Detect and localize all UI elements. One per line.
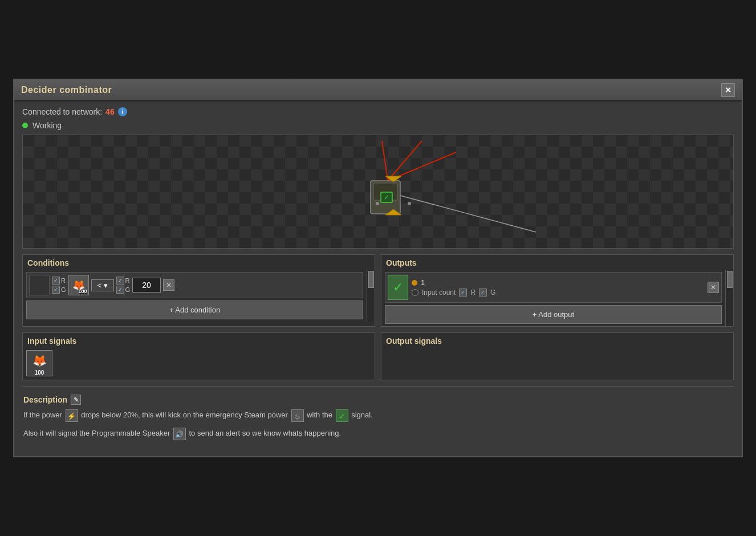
- output-cb-g[interactable]: ✓: [479, 289, 487, 297]
- desc-line2: Also it will signal the Programmable Spe…: [23, 428, 733, 440]
- condition-left-slot[interactable]: [29, 275, 50, 295]
- svg-line-0: [382, 141, 388, 181]
- desc-line2-end: to send an alert so we know whats happen…: [189, 429, 341, 437]
- outputs-inner: ✓ 1 Input count ✓: [381, 270, 733, 326]
- output-g-label: G: [490, 289, 495, 297]
- decider-combinator-window: Decider combinator ✕ Connected to networ…: [13, 79, 743, 457]
- preview-area: ✓: [22, 135, 734, 249]
- cb-r-right[interactable]: ✓: [116, 277, 124, 285]
- info-icon[interactable]: i: [118, 107, 127, 116]
- add-output-button[interactable]: + Add output: [385, 305, 722, 324]
- cb-r2-label: R: [125, 277, 130, 284]
- outputs-scroll-thumb[interactable]: [727, 271, 733, 288]
- svg-line-1: [388, 141, 422, 181]
- condition-row: ✓ R ✓ G 🦊: [26, 272, 363, 298]
- conditions-content: ✓ R ✓ G 🦊: [23, 270, 367, 322]
- desc-mid: drops below 20%, this will kick on the e…: [81, 411, 288, 419]
- conditions-area: ✓ R ✓ G 🦊: [23, 270, 367, 322]
- amber-dot: [412, 280, 417, 286]
- add-condition-button[interactable]: + Add condition: [26, 301, 363, 319]
- window-content: Connected to network: 46 i Working: [14, 101, 742, 456]
- condition-value[interactable]: 20: [132, 278, 161, 293]
- svg-text:✓: ✓: [384, 193, 389, 201]
- speaker-icon: 🔊: [173, 428, 186, 440]
- chip-value: 100: [35, 369, 44, 376]
- status-label: Working: [32, 121, 62, 130]
- chip-icon: 🦊: [27, 351, 52, 369]
- output-checkmark[interactable]: ✓: [388, 275, 408, 300]
- output-main-label: 1: [421, 278, 425, 287]
- output-main: 1: [412, 278, 704, 287]
- desc-line2-text: Also it will signal the Programmable Spe…: [23, 429, 170, 437]
- outputs-scrollbar[interactable]: [725, 270, 733, 326]
- radio-off[interactable]: [412, 289, 418, 296]
- signal-count: 100: [79, 289, 87, 294]
- cb-r-label: R: [61, 277, 66, 284]
- output-row: ✓ 1 Input count ✓: [385, 272, 722, 303]
- output-sub-label: Input count: [422, 289, 456, 297]
- close-button[interactable]: ✕: [721, 83, 735, 97]
- cb-g-label: G: [61, 286, 66, 293]
- outputs-content: ✓ 1 Input count ✓: [381, 270, 725, 326]
- conditions-scroll-thumb[interactable]: [368, 271, 374, 288]
- input-signals-header: Input signals: [23, 333, 375, 348]
- cb-row-g2: ✓ G: [116, 286, 131, 294]
- desc-with: with the: [307, 411, 332, 419]
- conditions-header: Conditions: [23, 255, 375, 270]
- condition-signal-icon[interactable]: 🦊 100: [68, 275, 89, 295]
- output-r-label: R: [470, 289, 475, 297]
- edit-description-button[interactable]: ✎: [71, 395, 81, 405]
- outputs-area: ✓ 1 Input count ✓: [381, 270, 725, 326]
- conditions-panel: Conditions ✓ R: [22, 254, 375, 327]
- remove-output-button[interactable]: ✕: [708, 282, 719, 293]
- operator-dropdown[interactable]: < ▾: [91, 279, 114, 291]
- status-dot: [22, 123, 28, 128]
- description-header: Description ✎: [23, 395, 733, 405]
- cb-g-left[interactable]: ✓: [52, 286, 60, 294]
- cb-r-left[interactable]: ✓: [52, 277, 60, 285]
- output-sub: Input count ✓ R ✓ G: [412, 289, 704, 297]
- remove-condition-button[interactable]: ✕: [163, 279, 174, 291]
- output-signals-panel: Output signals: [381, 332, 734, 380]
- network-row: Connected to network: 46 i: [22, 107, 734, 116]
- cb-row-g: ✓ G: [52, 286, 66, 294]
- preview-svg: ✓: [23, 135, 733, 248]
- description-title: Description: [23, 395, 67, 404]
- desc-check-icon: ✓: [336, 409, 348, 422]
- output-details: 1 Input count ✓ R ✓ G: [412, 278, 704, 297]
- input-signals-area: 🦊 100: [23, 348, 375, 380]
- cb-row-r2: ✓ R: [116, 277, 131, 285]
- signals-grid: Input signals 🦊 100 Output signals: [22, 332, 734, 380]
- outputs-panel: Outputs ✓ 1: [381, 254, 734, 327]
- svg-line-3: [388, 192, 536, 232]
- output-cb-r[interactable]: ✓: [459, 289, 467, 297]
- steam-power-icon: ♨: [291, 409, 304, 422]
- network-value: 46: [105, 107, 115, 116]
- desc-line1: If the power ⚡ drops below 20%, this wil…: [23, 409, 733, 422]
- cb-g2-label: G: [125, 286, 131, 293]
- input-signal-chip[interactable]: 🦊 100: [26, 350, 52, 376]
- outputs-header: Outputs: [381, 255, 733, 270]
- desc-end: signal.: [351, 411, 373, 419]
- conditions-inner: ✓ R ✓ G 🦊: [23, 270, 375, 322]
- conditions-scrollbar[interactable]: [367, 270, 375, 322]
- window-title: Decider combinator: [21, 85, 112, 95]
- status-row: Working: [22, 121, 734, 130]
- cb-g-right[interactable]: ✓: [116, 286, 124, 294]
- conditions-outputs-grid: Conditions ✓ R: [22, 254, 734, 327]
- input-signals-panel: Input signals 🦊 100: [22, 332, 375, 380]
- svg-point-10: [376, 202, 379, 205]
- output-signals-area: [381, 348, 733, 376]
- svg-point-11: [408, 202, 411, 205]
- output-signals-header: Output signals: [381, 333, 733, 348]
- description-text: If the power ⚡ drops below 20%, this wil…: [23, 409, 733, 440]
- cb-row-r: ✓ R: [52, 277, 66, 285]
- checkbox-group-left: ✓ R ✓ G: [52, 277, 66, 294]
- titlebar: Decider combinator ✕: [14, 80, 742, 101]
- description-section: Description ✎ If the power ⚡ drops below…: [22, 390, 734, 450]
- desc-pre: If the power: [23, 411, 62, 419]
- checkbox-group-right: ✓ R ✓ G: [116, 277, 131, 294]
- divider: [22, 386, 734, 387]
- power-signal-icon: ⚡: [66, 409, 78, 422]
- network-label: Connected to network:: [22, 107, 102, 116]
